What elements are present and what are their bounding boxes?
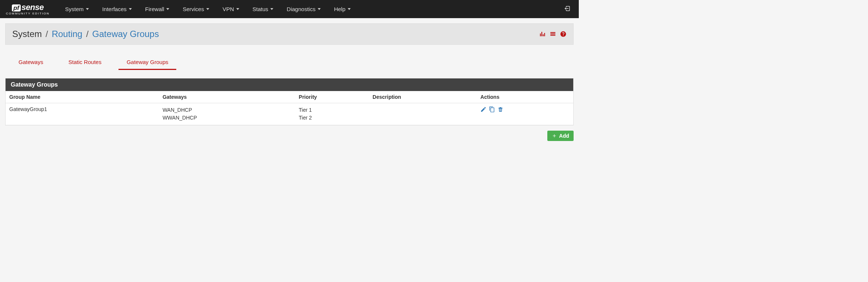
- tab-static-routes[interactable]: Static Routes: [60, 55, 110, 70]
- cell-gateways: WAN_DHCP WWAN_DHCP: [159, 103, 295, 125]
- breadcrumb-bar: System / Routing / Gateway Groups: [5, 23, 574, 45]
- tab-gateways[interactable]: Gateways: [10, 55, 51, 70]
- logo-pf: pf: [12, 4, 21, 11]
- table-row[interactable]: GatewayGroup1 WAN_DHCP WWAN_DHCP Tier 1 …: [6, 103, 573, 125]
- priority-entry: Tier 1: [299, 106, 365, 114]
- breadcrumb-routing[interactable]: Routing: [52, 29, 83, 39]
- breadcrumb-root[interactable]: System: [12, 29, 42, 39]
- logo[interactable]: pf sense COMMUNITY EDITION: [6, 3, 50, 15]
- nav-services[interactable]: Services: [176, 0, 216, 18]
- nav-diagnostics[interactable]: Diagnostics: [280, 0, 327, 18]
- table-header-row: Group Name Gateways Priority Description…: [6, 91, 573, 103]
- breadcrumb-sep: /: [86, 29, 89, 39]
- nav-status[interactable]: Status: [246, 0, 280, 18]
- content: System / Routing / Gateway Groups Gatewa…: [0, 18, 579, 146]
- nav-label: Help: [334, 6, 345, 12]
- plus-icon: [552, 133, 557, 138]
- nav-items: System Interfaces Firewall Services VPN …: [59, 0, 357, 18]
- caret-down-icon: [270, 8, 273, 10]
- nav-firewall[interactable]: Firewall: [138, 0, 176, 18]
- edit-icon[interactable]: [480, 106, 487, 113]
- caret-down-icon: [236, 8, 239, 10]
- gateway-groups-table: Group Name Gateways Priority Description…: [6, 91, 573, 125]
- caret-down-icon: [348, 8, 351, 10]
- gateway-entry: WAN_DHCP: [163, 106, 291, 114]
- caret-down-icon: [318, 8, 321, 10]
- nav-label: Services: [183, 6, 204, 12]
- col-actions: Actions: [477, 91, 573, 103]
- nav-label: Diagnostics: [287, 6, 316, 12]
- nav-label: Interfaces: [102, 6, 127, 12]
- tab-label: Static Routes: [69, 59, 101, 65]
- col-description: Description: [369, 91, 477, 103]
- col-gateways: Gateways: [159, 91, 295, 103]
- top-navbar: pf sense COMMUNITY EDITION System Interf…: [0, 0, 579, 18]
- cell-actions: [477, 103, 573, 125]
- gateway-entry: WWAN_DHCP: [163, 114, 291, 122]
- tab-label: Gateways: [19, 59, 43, 65]
- nav-vpn[interactable]: VPN: [216, 0, 246, 18]
- add-button-label: Add: [559, 133, 569, 139]
- add-button[interactable]: Add: [547, 131, 574, 141]
- cell-priority: Tier 1 Tier 2: [295, 103, 369, 125]
- panel-gateway-groups: Gateway Groups Group Name Gateways Prior…: [5, 78, 574, 125]
- bar-chart-icon[interactable]: [539, 31, 546, 37]
- logo-main: pf sense: [12, 3, 44, 11]
- tabs: Gateways Static Routes Gateway Groups: [5, 55, 574, 70]
- nav-label: VPN: [223, 6, 234, 12]
- tab-gateway-groups[interactable]: Gateway Groups: [118, 55, 177, 70]
- cell-description: [369, 103, 477, 125]
- nav-help[interactable]: Help: [327, 0, 357, 18]
- logout-icon[interactable]: [562, 5, 573, 13]
- breadcrumb: System / Routing / Gateway Groups: [12, 29, 159, 39]
- breadcrumb-gateway-groups[interactable]: Gateway Groups: [92, 29, 159, 39]
- cell-group-name: GatewayGroup1: [6, 103, 159, 125]
- caret-down-icon: [166, 8, 169, 10]
- logo-edition: COMMUNITY EDITION: [6, 12, 50, 15]
- tab-label: Gateway Groups: [127, 59, 168, 65]
- nav-interfaces[interactable]: Interfaces: [96, 0, 138, 18]
- logo-sense: sense: [21, 3, 44, 11]
- breadcrumb-icons: [539, 31, 567, 37]
- breadcrumb-sep: /: [46, 29, 48, 39]
- nav-label: System: [65, 6, 84, 12]
- caret-down-icon: [86, 8, 89, 10]
- priority-entry: Tier 2: [299, 114, 365, 122]
- caret-down-icon: [129, 8, 132, 10]
- col-group-name: Group Name: [6, 91, 159, 103]
- list-icon[interactable]: [550, 31, 556, 37]
- col-priority: Priority: [295, 91, 369, 103]
- trash-icon[interactable]: [497, 106, 504, 113]
- panel-heading: Gateway Groups: [6, 78, 573, 91]
- nav-system[interactable]: System: [59, 0, 96, 18]
- caret-down-icon: [206, 8, 209, 10]
- copy-icon[interactable]: [489, 106, 495, 113]
- nav-label: Status: [253, 6, 268, 12]
- nav-label: Firewall: [145, 6, 164, 12]
- add-row: Add: [5, 125, 574, 141]
- help-icon[interactable]: [560, 31, 567, 37]
